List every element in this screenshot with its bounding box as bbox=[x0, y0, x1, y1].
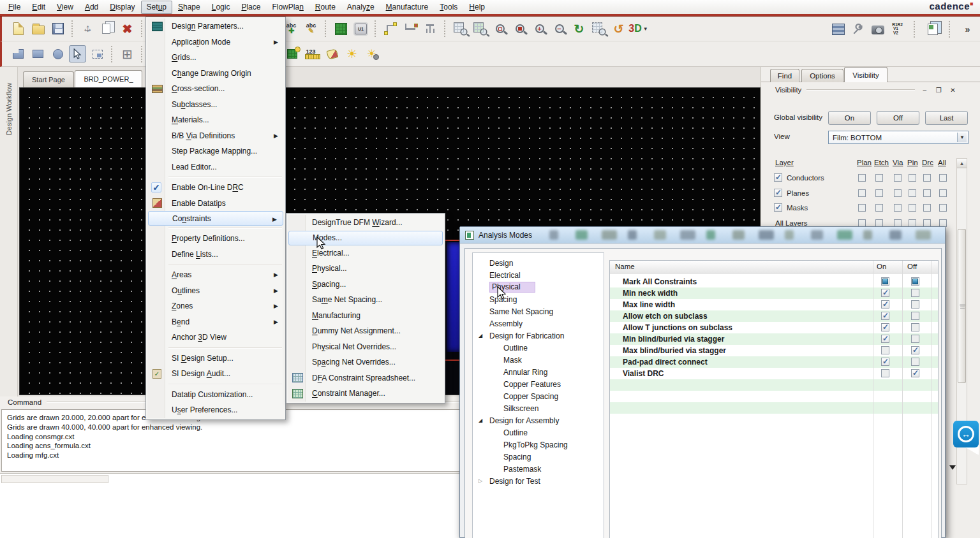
grid-toggle-icon[interactable]: ⊞ bbox=[119, 45, 136, 62]
layer-checkbox[interactable] bbox=[774, 173, 782, 182]
dialog-titlebar[interactable]: Analysis Modes bbox=[460, 227, 945, 244]
grid-checkbox-all[interactable] bbox=[939, 174, 947, 182]
grid-checkbox-via[interactable] bbox=[894, 204, 902, 212]
on-checkbox[interactable] bbox=[881, 369, 889, 377]
shape-rectangular-icon[interactable] bbox=[29, 45, 47, 62]
tab-board[interactable]: BRD_POWER_ bbox=[75, 70, 142, 87]
text-edit-icon[interactable]: abc✎ bbox=[302, 20, 320, 38]
grid-checkbox-plan[interactable] bbox=[858, 204, 866, 212]
menu-item-outlines[interactable]: Outlines▶ bbox=[147, 283, 284, 299]
undo-icon[interactable]: ↺ bbox=[610, 20, 627, 38]
on-checkbox[interactable] bbox=[881, 300, 889, 309]
menu-item-lead-editor[interactable]: Lead Editor... bbox=[147, 159, 284, 175]
analysis-mode-tree[interactable]: DesignElectricalPhysicalSpacingSame Net … bbox=[472, 252, 604, 538]
menu-item-b-b-via-definitions[interactable]: B/B Via Definitions▶ bbox=[147, 128, 284, 144]
tree-item-assembly[interactable]: Assembly bbox=[473, 317, 604, 330]
property-edit-icon[interactable] bbox=[284, 45, 301, 62]
tree-item-physical[interactable]: Physical bbox=[473, 281, 604, 293]
menu-item-modes[interactable]: Modes... bbox=[288, 231, 443, 245]
grid-checkbox-via[interactable] bbox=[894, 189, 902, 197]
grid-checkbox-pin[interactable] bbox=[909, 174, 916, 182]
grid-checkbox-pin[interactable] bbox=[909, 189, 916, 197]
grid-checkbox-drc[interactable] bbox=[923, 189, 931, 197]
collapsed-icon[interactable]: ▷ bbox=[479, 478, 482, 484]
zoom-by-points-icon[interactable] bbox=[452, 20, 469, 38]
expanded-icon[interactable]: ◢ bbox=[479, 418, 482, 423]
pane-restore-button[interactable]: ❐ bbox=[934, 87, 943, 94]
shape-polygon-icon[interactable] bbox=[10, 45, 27, 62]
menu-item-design-parameters[interactable]: Design Parameters... bbox=[147, 18, 284, 34]
slide-route-icon[interactable] bbox=[382, 20, 399, 38]
menu-item-user-preferences[interactable]: User Preferences... bbox=[147, 402, 284, 418]
menubar-item-tools[interactable]: Tools bbox=[434, 1, 463, 14]
menu-item-si-design-setup[interactable]: SI Design Setup... bbox=[147, 351, 284, 367]
off-checkbox[interactable] bbox=[911, 335, 919, 343]
menu-item-materials[interactable]: Materials... bbox=[147, 112, 284, 128]
remote-control-widget[interactable]: ↔ bbox=[953, 421, 979, 447]
grid-checkbox-etch[interactable] bbox=[875, 204, 883, 212]
layer-col-pin[interactable]: Pin bbox=[907, 159, 918, 166]
grid-checkbox-plan[interactable] bbox=[858, 189, 866, 197]
grid-checkbox-drc[interactable] bbox=[923, 204, 931, 212]
off-checkbox[interactable] bbox=[911, 300, 919, 309]
grid-checkbox-via[interactable] bbox=[894, 174, 902, 182]
off-checkbox[interactable] bbox=[911, 358, 919, 366]
off-checkbox[interactable] bbox=[911, 289, 919, 297]
menu-item-electrical[interactable]: Electrical... bbox=[288, 245, 443, 261]
menu-item-application-mode[interactable]: Application Mode▶ bbox=[147, 34, 284, 50]
layer-col-via[interactable]: Via bbox=[893, 159, 903, 166]
tab-start-page[interactable]: Start Page bbox=[23, 71, 74, 87]
menu-item-dummy-net-assignment[interactable]: Dummy Net Assignment... bbox=[288, 323, 443, 339]
expanded-icon[interactable]: ◢ bbox=[479, 333, 482, 338]
dock-tab-find[interactable]: Find bbox=[770, 69, 799, 82]
menu-item-bend[interactable]: Bend▶ bbox=[147, 314, 284, 330]
zoom-center-icon[interactable] bbox=[511, 20, 528, 38]
save-drawing-icon[interactable] bbox=[49, 20, 66, 38]
menubar-item-logic[interactable]: Logic bbox=[206, 1, 236, 14]
zoom-selection-icon[interactable] bbox=[590, 20, 607, 38]
menu-item-zones[interactable]: Zones▶ bbox=[147, 298, 284, 314]
on-checkbox[interactable] bbox=[881, 277, 889, 286]
layer-col-plan[interactable]: Plan bbox=[857, 159, 872, 166]
off-checkbox[interactable] bbox=[911, 323, 919, 331]
layer-col-etch[interactable]: Etch bbox=[874, 159, 889, 166]
tree-item-outline[interactable]: Outline bbox=[473, 342, 604, 354]
menu-item-enable-on-line-drc[interactable]: ✓Enable On-Line DRC bbox=[147, 180, 284, 196]
tree-item-spacing[interactable]: Spacing bbox=[473, 293, 604, 305]
global-visibility-last-button[interactable]: Last bbox=[925, 111, 968, 125]
tree-item-silkscreen[interactable]: Silkscreen bbox=[473, 402, 604, 414]
grid-checkbox-drc[interactable] bbox=[923, 174, 931, 182]
design-workflow-strip[interactable]: Design Workflow bbox=[0, 67, 18, 398]
grid-checkbox-pin[interactable] bbox=[909, 219, 916, 227]
layer-checkbox[interactable] bbox=[774, 203, 782, 212]
tree-item-electrical[interactable]: Electrical bbox=[473, 269, 604, 281]
zoom-in-icon[interactable]: + bbox=[531, 20, 548, 38]
on-checkbox[interactable] bbox=[881, 289, 889, 297]
stub-route-icon[interactable] bbox=[422, 20, 439, 38]
view-dropdown[interactable]: Film: BOTTOM ▼ bbox=[828, 131, 969, 144]
menu-item-same-net-spacing[interactable]: Same Net Spacing... bbox=[288, 292, 443, 308]
menu-item-spacing[interactable]: Spacing... bbox=[288, 277, 443, 293]
shape-circular-icon[interactable] bbox=[49, 45, 66, 62]
copy-icon[interactable] bbox=[99, 20, 116, 38]
contrast-toggle-icon[interactable]: ☀ bbox=[363, 45, 380, 62]
layer-col-all[interactable]: All bbox=[938, 159, 946, 166]
shape-select-icon[interactable] bbox=[89, 45, 106, 62]
tree-item-mask[interactable]: Mask bbox=[473, 354, 604, 366]
chevron-down-icon[interactable]: ▼ bbox=[957, 133, 967, 142]
menu-item-cross-section[interactable]: Cross-section... bbox=[147, 81, 284, 97]
collapse-caret-icon[interactable] bbox=[949, 465, 956, 473]
menubar-item-place[interactable]: Place bbox=[235, 1, 266, 14]
menu-item-subclasses[interactable]: Subclasses... bbox=[147, 97, 284, 113]
grid-checkbox-all[interactable] bbox=[939, 204, 947, 212]
zoom-out-icon[interactable]: − bbox=[551, 20, 568, 38]
color-edit-icon[interactable] bbox=[323, 45, 341, 62]
menu-item-datatip-customization[interactable]: Datatip Customization... bbox=[147, 387, 284, 403]
dock-tab-options[interactable]: Options bbox=[801, 69, 843, 82]
zoom-fit-icon[interactable] bbox=[471, 20, 489, 38]
menu-item-physical-net-overrides[interactable]: Physical Net Overrides... bbox=[288, 339, 443, 355]
off-checkbox[interactable] bbox=[911, 277, 919, 286]
menu-item-anchor-3d-view[interactable]: Anchor 3D View bbox=[147, 330, 284, 345]
off-checkbox[interactable] bbox=[911, 369, 919, 377]
grid-checkbox-all[interactable] bbox=[939, 219, 947, 227]
